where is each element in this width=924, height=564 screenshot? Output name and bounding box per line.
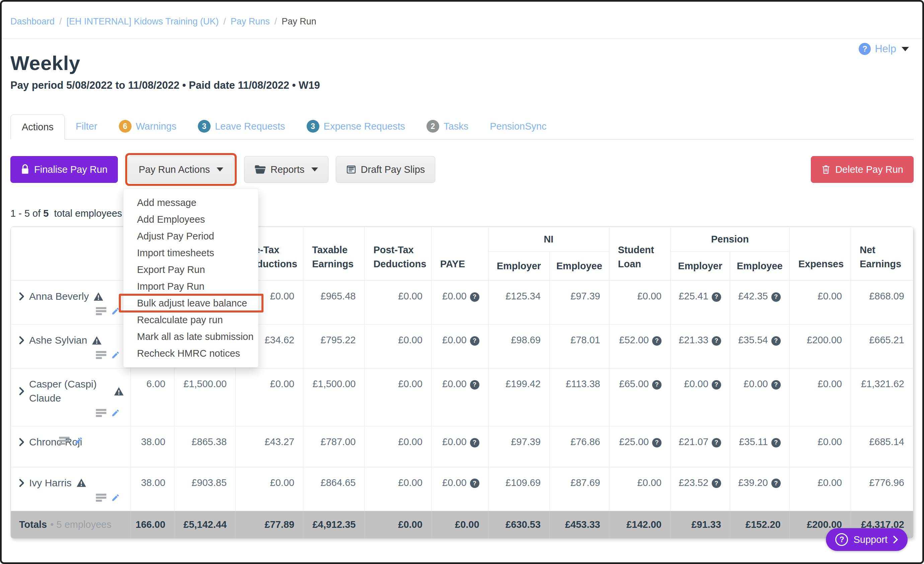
tab-badge-warnings: 6: [119, 120, 132, 132]
tab-expense-requests[interactable]: 3Expense Requests: [296, 114, 416, 139]
tab-filter[interactable]: Filter: [65, 114, 108, 139]
expand-chevron-icon[interactable]: [19, 478, 24, 487]
finalise-pay-run-button[interactable]: Finalise Pay Run: [10, 156, 118, 183]
edit-pencil-icon[interactable]: [111, 307, 120, 316]
pay-value-cell: £25.00?: [609, 426, 670, 467]
edit-pencil-icon[interactable]: [111, 493, 120, 502]
question-badge[interactable]: ?: [712, 292, 721, 302]
pay-value-cell: £0.00?: [670, 368, 730, 426]
support-question-icon: ?: [835, 533, 848, 546]
edit-pencil-icon[interactable]: [74, 436, 83, 445]
menu-item-bulk-adjust-leave-balance[interactable]: Bulk adjust leave balance: [123, 295, 258, 311]
pay-value-cell: £795.22: [303, 325, 364, 368]
question-badge[interactable]: ?: [652, 438, 662, 447]
pay-value-cell: £0.00?: [431, 368, 488, 426]
menu-item-recheck-hmrc-notices[interactable]: Recheck HMRC notices: [123, 345, 258, 362]
menu-item-recalculate-pay-run[interactable]: Recalculate pay run: [123, 311, 258, 328]
tab-warnings[interactable]: 6Warnings: [108, 114, 187, 139]
pay-value-cell: 38.00: [131, 467, 174, 511]
warning-icon[interactable]: [93, 292, 104, 301]
pay-value-cell: £35.11?: [730, 426, 789, 467]
help-menu[interactable]: ? Help: [859, 43, 909, 55]
question-badge[interactable]: ?: [712, 438, 721, 447]
pay-value-cell: £0.00?: [431, 467, 488, 511]
notes-icon[interactable]: [96, 307, 106, 315]
pay-value-cell: £0.00?: [431, 325, 488, 368]
menu-item-adjust-pay-period[interactable]: Adjust Pay Period: [123, 228, 258, 245]
question-badge[interactable]: ?: [470, 380, 479, 390]
tab-tasks[interactable]: 2Tasks: [416, 114, 479, 139]
menu-item-mark-all-as-late-submission[interactable]: Mark all as late submission: [123, 328, 258, 345]
question-badge[interactable]: ?: [771, 292, 781, 302]
notes-icon[interactable]: [96, 351, 106, 359]
pay-value-cell: £0.00: [609, 467, 670, 511]
question-badge[interactable]: ?: [712, 380, 721, 390]
header-post-tax-deductions: Post-Tax Deductions: [364, 227, 431, 281]
tab-label-tasks: Tasks: [444, 121, 468, 132]
question-badge[interactable]: ?: [771, 380, 781, 390]
question-badge[interactable]: ?: [771, 438, 781, 447]
totals-value-cell: £0.00: [364, 511, 431, 538]
question-badge[interactable]: ?: [712, 478, 721, 488]
chevron-down-icon: [311, 167, 318, 171]
employee-name[interactable]: Ashe Sylvian: [29, 333, 87, 347]
question-badge[interactable]: ?: [470, 292, 479, 302]
menu-item-export-pay-run[interactable]: Export Pay Run: [123, 261, 258, 278]
expand-chevron-icon[interactable]: [19, 387, 24, 396]
employee-name[interactable]: Anna Beverly: [29, 289, 89, 304]
reports-button[interactable]: Reports: [244, 156, 328, 183]
breadcrumb-separator: /: [59, 17, 62, 27]
menu-item-add-employees[interactable]: Add Employees: [123, 211, 258, 228]
pay-run-actions-button[interactable]: Pay Run Actions: [128, 156, 234, 183]
question-badge[interactable]: ?: [712, 336, 721, 346]
pay-value-cell: £0.00: [789, 426, 850, 467]
question-badge[interactable]: ?: [652, 380, 662, 390]
header-expenses: Expenses: [789, 227, 850, 281]
table-totals: Totals• 5 employees166.00£5,142.44£77.89…: [11, 511, 913, 538]
employee-name[interactable]: Ivy Harris: [29, 476, 72, 490]
expand-chevron-icon[interactable]: [19, 292, 24, 301]
question-badge[interactable]: ?: [470, 438, 479, 447]
question-badge[interactable]: ?: [771, 336, 781, 346]
folder-icon: [254, 165, 266, 174]
tab-pensionsync[interactable]: PensionSync: [479, 114, 557, 139]
totals-value-cell: £630.53: [488, 511, 549, 538]
pay-value-cell: £97.39: [488, 426, 549, 467]
menu-item-import-pay-run[interactable]: Import Pay Run: [123, 278, 258, 295]
menu-item-add-message[interactable]: Add message: [123, 194, 258, 211]
pay-value-cell: £1,500.00: [303, 368, 364, 426]
draft-pay-slips-button[interactable]: Draft Pay Slips: [336, 156, 435, 183]
question-badge[interactable]: ?: [771, 478, 781, 488]
question-badge[interactable]: ?: [470, 478, 479, 488]
expand-chevron-icon[interactable]: [19, 438, 24, 447]
totals-value-cell: £152.20: [730, 511, 789, 538]
notes-icon[interactable]: [59, 437, 70, 445]
breadcrumb-link[interactable]: Pay Runs: [231, 17, 270, 27]
totals-value-cell: £91.33: [670, 511, 730, 538]
pay-value-cell: £125.34: [488, 281, 549, 325]
warning-icon[interactable]: [114, 387, 124, 396]
warning-icon[interactable]: [76, 478, 86, 487]
notes-icon[interactable]: [96, 409, 106, 417]
breadcrumb-link[interactable]: Dashboard: [10, 17, 55, 27]
lock-icon: [21, 164, 30, 175]
menu-item-import-timesheets[interactable]: Import timesheets: [123, 245, 258, 261]
chevron-down-icon: [902, 47, 909, 51]
edit-pencil-icon[interactable]: [111, 409, 120, 417]
question-badge[interactable]: ?: [470, 336, 479, 346]
totals-value-cell: £453.33: [549, 511, 609, 538]
delete-pay-run-button[interactable]: Delete Pay Run: [811, 156, 914, 183]
tab-actions[interactable]: Actions: [10, 114, 65, 140]
question-badge[interactable]: ?: [652, 336, 662, 346]
notes-icon[interactable]: [96, 494, 106, 502]
expand-chevron-icon[interactable]: [19, 336, 24, 344]
support-button[interactable]: ? Support: [826, 528, 908, 551]
breadcrumb-link[interactable]: [EH INTERNAL] Kidows Training (UK): [67, 17, 219, 27]
employee-name[interactable]: Casper (Caspi) Claude: [29, 377, 109, 405]
edit-pencil-icon[interactable]: [111, 350, 120, 359]
warning-icon[interactable]: [92, 336, 102, 345]
pay-value-cell: £0.00?: [431, 426, 488, 467]
totals-label-cell: Totals• 5 employees: [11, 511, 131, 538]
tab-badge-tasks: 2: [426, 120, 439, 132]
tab-leave-requests[interactable]: 3Leave Requests: [187, 114, 296, 139]
